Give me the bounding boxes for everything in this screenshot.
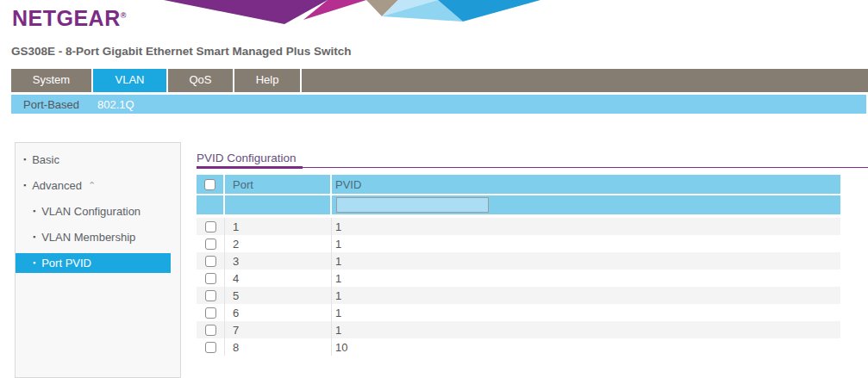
table-body: 1 1 2 1 3 1 bbox=[197, 218, 840, 356]
page-title: GS308E - 8-Port Gigabit Ethernet Smart M… bbox=[11, 45, 352, 58]
registered-mark: ® bbox=[121, 11, 127, 20]
table-row: 4 1 bbox=[197, 270, 840, 287]
port-cell: 6 bbox=[225, 304, 332, 321]
tab-vlan[interactable]: VLAN bbox=[93, 69, 168, 92]
chevron-up-icon: ⌃ bbox=[88, 180, 96, 191]
sidebar-item-label: Advanced bbox=[32, 179, 82, 192]
pvid-cell: 10 bbox=[332, 338, 840, 356]
filter-checkbox-cell bbox=[197, 195, 225, 214]
port-cell: 5 bbox=[225, 287, 332, 304]
sidebar: ▪ Basic ▪ Advanced ⌃ ▪ VLAN Configuratio… bbox=[15, 142, 181, 378]
row-checkbox-cell bbox=[197, 270, 225, 287]
row-checkbox[interactable] bbox=[205, 325, 216, 336]
row-checkbox-cell bbox=[197, 252, 225, 270]
main-nav: SystemVLANQoSHelp bbox=[11, 69, 868, 92]
port-cell: 3 bbox=[225, 252, 332, 270]
port-cell: 2 bbox=[225, 235, 332, 252]
row-checkbox-cell bbox=[197, 338, 225, 356]
bullet-icon: ▪ bbox=[33, 208, 35, 215]
tab-system[interactable]: System bbox=[11, 69, 93, 92]
sidebar-item-vlan-membership[interactable]: ▪ VLAN Membership bbox=[16, 228, 180, 245]
header-checkbox-cell bbox=[197, 175, 225, 194]
sub-nav: Port-Based802.1Q bbox=[11, 95, 866, 114]
filter-pvid-cell bbox=[332, 195, 840, 214]
main-content: PVID Configuration Port PVID 1 bbox=[197, 152, 868, 356]
pvid-table: Port PVID 1 1 bbox=[197, 175, 840, 356]
column-header-port: Port bbox=[225, 175, 332, 194]
column-header-pvid: PVID bbox=[332, 175, 840, 194]
section-title: PVID Configuration bbox=[197, 152, 303, 169]
table-row: 8 10 bbox=[197, 338, 840, 356]
pvid-cell: 1 bbox=[332, 235, 840, 252]
sidebar-item-basic[interactable]: ▪ Basic bbox=[16, 151, 180, 168]
tab-help[interactable]: Help bbox=[234, 69, 302, 92]
table-row: 6 1 bbox=[197, 304, 840, 321]
netgear-logo: NETGEAR® bbox=[12, 6, 127, 31]
bullet-icon: ▪ bbox=[23, 182, 26, 189]
sidebar-item-label: VLAN Membership bbox=[41, 231, 135, 244]
pvid-filter-input[interactable] bbox=[336, 197, 489, 213]
port-cell: 7 bbox=[225, 321, 332, 338]
sidebar-item-advanced[interactable]: ▪ Advanced ⌃ bbox=[16, 177, 180, 194]
row-checkbox[interactable] bbox=[205, 273, 216, 284]
row-checkbox[interactable] bbox=[205, 290, 216, 301]
port-cell: 8 bbox=[225, 338, 332, 356]
banner-art bbox=[162, 0, 541, 24]
row-checkbox-cell bbox=[197, 287, 225, 304]
row-checkbox[interactable] bbox=[205, 221, 216, 232]
table-header-row: Port PVID bbox=[197, 175, 840, 194]
sidebar-item-port-pvid[interactable]: ▪ Port PVID bbox=[16, 253, 171, 273]
sidebar-item-vlan-configuration[interactable]: ▪ VLAN Configuration bbox=[16, 202, 180, 220]
table-row: 2 1 bbox=[197, 235, 840, 252]
row-checkbox-cell bbox=[197, 304, 225, 321]
subnav-8021q[interactable]: 802.1Q bbox=[97, 98, 134, 111]
row-checkbox[interactable] bbox=[205, 307, 216, 319]
pvid-cell: 1 bbox=[332, 252, 840, 270]
port-cell: 1 bbox=[225, 218, 332, 235]
table-row: 7 1 bbox=[197, 321, 840, 338]
pvid-cell: 1 bbox=[332, 304, 840, 321]
tab-qos[interactable]: QoS bbox=[168, 69, 234, 92]
sidebar-item-label: VLAN Configuration bbox=[41, 205, 141, 218]
table-row: 3 1 bbox=[197, 252, 840, 270]
netgear-logo-text: NETGEAR bbox=[12, 6, 121, 30]
subnav-port-based[interactable]: Port-Based bbox=[23, 98, 79, 111]
sidebar-item-label: Port PVID bbox=[41, 257, 91, 270]
table-row: 1 1 bbox=[197, 218, 840, 235]
select-all-checkbox[interactable] bbox=[204, 179, 215, 190]
row-checkbox[interactable] bbox=[205, 256, 216, 267]
pvid-cell: 1 bbox=[332, 218, 840, 235]
bullet-icon: ▪ bbox=[33, 233, 35, 241]
row-checkbox-cell bbox=[197, 218, 225, 235]
row-checkbox-cell bbox=[197, 321, 225, 338]
sidebar-item-label: Basic bbox=[32, 153, 59, 166]
port-cell: 4 bbox=[225, 270, 332, 287]
table-filter-row bbox=[197, 195, 840, 214]
row-checkbox[interactable] bbox=[205, 342, 216, 353]
bullet-icon: ▪ bbox=[33, 259, 35, 267]
section-header-rule: PVID Configuration bbox=[197, 152, 868, 168]
row-checkbox[interactable] bbox=[205, 239, 216, 250]
filter-port-cell bbox=[225, 195, 332, 214]
row-checkbox-cell bbox=[197, 235, 225, 252]
pvid-cell: 1 bbox=[332, 321, 840, 338]
bullet-icon: ▪ bbox=[23, 156, 26, 164]
pvid-cell: 1 bbox=[332, 270, 840, 287]
table-row: 5 1 bbox=[197, 287, 840, 304]
pvid-cell: 1 bbox=[332, 287, 840, 304]
